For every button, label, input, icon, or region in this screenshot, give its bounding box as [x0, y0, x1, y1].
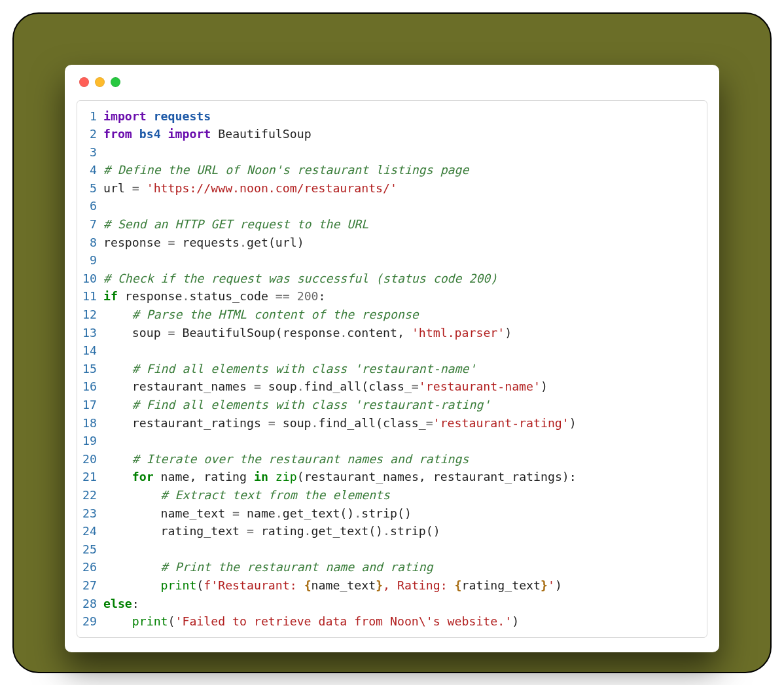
code-content[interactable]: # Iterate over the restaurant names and …	[103, 450, 707, 468]
code-content[interactable]: restaurant_ratings = soup.find_all(class…	[103, 414, 707, 432]
line-number: 4	[77, 161, 103, 179]
code-line: 26 # Print the restaurant name and ratin…	[77, 558, 707, 576]
code-window: 1import requests2from bs4 import Beautif…	[65, 65, 719, 652]
code-content[interactable]	[103, 197, 707, 215]
code-line: 22 # Extract text from the elements	[77, 486, 707, 504]
code-content[interactable]: rating_text = rating.get_text().strip()	[103, 522, 707, 540]
code-line: 12 # Parse the HTML content of the respo…	[77, 306, 707, 324]
code-content[interactable]: response = requests.get(url)	[103, 234, 707, 252]
line-number: 15	[77, 360, 103, 378]
line-number: 6	[77, 197, 103, 215]
code-line: 16 restaurant_names = soup.find_all(clas…	[77, 378, 707, 396]
code-line: 5url = 'https://www.noon.com/restaurants…	[77, 179, 707, 198]
line-number: 11	[77, 287, 103, 306]
code-content[interactable]: soup = BeautifulSoup(response.content, '…	[103, 324, 707, 342]
code-line: 28else:	[77, 595, 707, 613]
code-content[interactable]: # Extract text from the elements	[103, 486, 707, 504]
code-content[interactable]	[103, 432, 707, 450]
code-content[interactable]	[103, 251, 707, 270]
line-number: 9	[77, 251, 103, 270]
code-line: 24 rating_text = rating.get_text().strip…	[77, 522, 707, 540]
code-content[interactable]: # Define the URL of Noon's restaurant li…	[103, 161, 707, 179]
code-line: 6	[77, 197, 707, 215]
code-content[interactable]: restaurant_names = soup.find_all(class_=…	[103, 378, 707, 396]
code-line: 13 soup = BeautifulSoup(response.content…	[77, 324, 707, 342]
minimize-icon[interactable]	[95, 77, 105, 87]
line-number: 19	[77, 432, 103, 450]
code-line: 14	[77, 342, 707, 360]
code-line: 21 for name, rating in zip(restaurant_na…	[77, 468, 707, 486]
code-content[interactable]: import requests	[103, 107, 707, 126]
code-line: 15 # Find all elements with class 'resta…	[77, 360, 707, 378]
line-number: 16	[77, 378, 103, 396]
line-number: 20	[77, 450, 103, 468]
code-line: 23 name_text = name.get_text().strip()	[77, 504, 707, 523]
code-line: 10# Check if the request was successful …	[77, 270, 707, 288]
code-line: 1import requests	[77, 107, 707, 126]
code-line: 17 # Find all elements with class 'resta…	[77, 396, 707, 414]
code-line: 7# Send an HTTP GET request to the URL	[77, 215, 707, 234]
line-number: 18	[77, 414, 103, 432]
line-number: 21	[77, 468, 103, 486]
line-number: 29	[77, 612, 103, 631]
line-number: 22	[77, 486, 103, 504]
close-icon[interactable]	[79, 77, 89, 87]
code-content[interactable]: from bs4 import BeautifulSoup	[103, 125, 707, 143]
code-line: 29 print('Failed to retrieve data from N…	[77, 612, 707, 631]
line-number: 24	[77, 522, 103, 540]
code-content[interactable]: if response.status_code == 200:	[103, 287, 707, 306]
code-line: 20 # Iterate over the restaurant names a…	[77, 450, 707, 468]
line-number: 25	[77, 540, 103, 559]
code-line: 9	[77, 251, 707, 270]
line-number: 27	[77, 576, 103, 595]
line-number: 13	[77, 324, 103, 342]
code-content[interactable]: # Check if the request was successful (s…	[103, 270, 707, 288]
code-editor[interactable]: 1import requests2from bs4 import Beautif…	[77, 100, 707, 638]
code-content[interactable]: # Parse the HTML content of the response	[103, 306, 707, 324]
line-number: 3	[77, 143, 103, 162]
code-content[interactable]: for name, rating in zip(restaurant_names…	[103, 468, 707, 486]
code-content[interactable]	[103, 342, 707, 360]
window-titlebar	[65, 65, 719, 100]
line-number: 10	[77, 270, 103, 288]
line-number: 12	[77, 306, 103, 324]
code-content[interactable]: else:	[103, 595, 707, 613]
code-line: 8response = requests.get(url)	[77, 234, 707, 252]
line-number: 26	[77, 558, 103, 576]
line-number: 17	[77, 396, 103, 414]
code-line: 3	[77, 143, 707, 162]
code-line: 25	[77, 540, 707, 559]
code-content[interactable]: url = 'https://www.noon.com/restaurants/…	[103, 179, 707, 198]
code-content[interactable]: # Print the restaurant name and rating	[103, 558, 707, 576]
code-line: 4# Define the URL of Noon's restaurant l…	[77, 161, 707, 179]
line-number: 1	[77, 107, 103, 126]
code-line: 27 print(f'Restaurant: {name_text}, Rati…	[77, 576, 707, 595]
line-number: 5	[77, 179, 103, 198]
desktop-background: 1import requests2from bs4 import Beautif…	[12, 12, 772, 673]
code-line: 18 restaurant_ratings = soup.find_all(cl…	[77, 414, 707, 432]
code-content[interactable]: name_text = name.get_text().strip()	[103, 504, 707, 523]
code-content[interactable]: print(f'Restaurant: {name_text}, Rating:…	[103, 576, 707, 595]
line-number: 23	[77, 504, 103, 523]
code-content[interactable]: # Find all elements with class 'restaura…	[103, 396, 707, 414]
code-content[interactable]	[103, 540, 707, 559]
code-line: 11if response.status_code == 200:	[77, 287, 707, 306]
maximize-icon[interactable]	[111, 77, 120, 87]
line-number: 7	[77, 215, 103, 234]
code-content[interactable]: # Send an HTTP GET request to the URL	[103, 215, 707, 234]
line-number: 2	[77, 125, 103, 143]
line-number: 28	[77, 595, 103, 613]
code-content[interactable]: # Find all elements with class 'restaura…	[103, 360, 707, 378]
line-number: 14	[77, 342, 103, 360]
code-content[interactable]: print('Failed to retrieve data from Noon…	[103, 612, 707, 631]
code-line: 2from bs4 import BeautifulSoup	[77, 125, 707, 143]
code-line: 19	[77, 432, 707, 450]
code-content[interactable]	[103, 143, 707, 162]
line-number: 8	[77, 234, 103, 252]
